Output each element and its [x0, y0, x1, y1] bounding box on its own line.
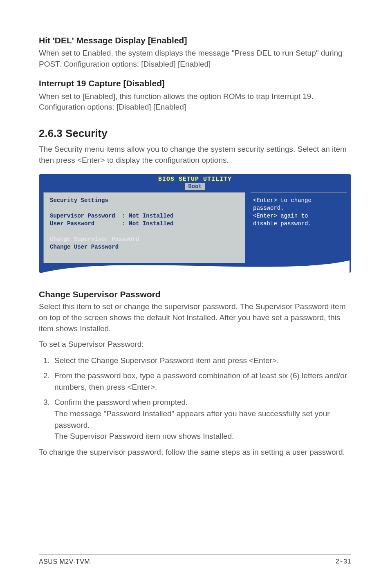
step-2: From the password box, type a password c…: [52, 370, 351, 393]
bios-change-supervisor: Change Supervisor Password: [50, 236, 139, 242]
bios-left-panel: Security Settings Supervisor Password : …: [43, 192, 245, 263]
text-hit-del: When set to Enabled, the system displays…: [39, 48, 351, 70]
bios-tab-wrap: Boot: [41, 182, 349, 192]
bios-help-1: <Enter> to change: [253, 197, 312, 204]
bios-supervisor-status: Supervisor Password : Not Installed: [50, 213, 173, 219]
text-security-intro: The Security menu items allow you to cha…: [39, 144, 351, 166]
bios-tab-boot: Boot: [185, 183, 205, 190]
step-3: Confirm the password when prompted. The …: [52, 397, 351, 442]
step-3a: Confirm the password when prompted.: [54, 398, 188, 406]
step-1: Select the Change Supervisor Password it…: [52, 355, 351, 366]
text-interrupt-19: When set to [Enabled], this function all…: [39, 91, 351, 113]
footer-page-number: 2-31: [336, 558, 351, 566]
bios-right-panel: <Enter> to change password. <Enter> agai…: [251, 192, 347, 263]
heading-hit-del: Hit 'DEL' Message Display [Enabled]: [39, 35, 351, 46]
bios-help-3: <Enter> again to: [253, 213, 308, 219]
heading-security: 2.6.3 Security: [39, 127, 351, 140]
footer-product: ASUS M2V-TVM: [39, 558, 90, 566]
text-csp-p3: To change the supervisor password, follo…: [39, 447, 351, 458]
bios-body: Security Settings Supervisor Password : …: [41, 192, 349, 263]
bios-screenshot: BIOS SETUP UTILITY Boot Security Setting…: [39, 174, 351, 273]
text-csp-p1: Select this item to set or change the su…: [39, 301, 351, 334]
text-csp-p2: To set a Supervisor Password:: [39, 339, 351, 350]
page-footer: ASUS M2V-TVM 2-31: [39, 554, 351, 566]
bios-left-title: Security Settings: [50, 197, 108, 204]
bios-change-user: Change User Password: [50, 244, 119, 250]
bios-help-2: password.: [253, 205, 284, 211]
step-3b: The message "Password Installed" appears…: [54, 409, 330, 429]
step-3c: The Supervisor Password item now shows I…: [54, 432, 234, 440]
bios-help-4: disable password.: [253, 220, 312, 227]
steps-list: Select the Change Supervisor Password it…: [39, 355, 351, 442]
heading-interrupt-19: Interrupt 19 Capture [Disabled]: [39, 78, 351, 89]
heading-change-supervisor: Change Supervisor Password: [39, 290, 351, 299]
bios-user-status: User Password : Not Installed: [50, 220, 173, 227]
